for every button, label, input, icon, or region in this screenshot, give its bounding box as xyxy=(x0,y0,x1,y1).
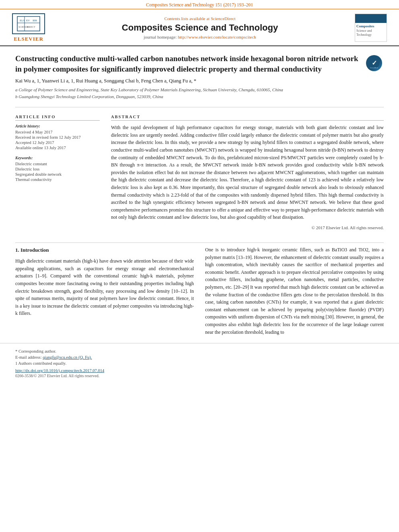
doi-link[interactable]: http://dx.doi.org/10.1016/j.compscitech.… xyxy=(15,368,104,373)
elsevier-logo: ELS EV IER SCIENCE DIRECT ELSEVIER xyxy=(12,13,45,42)
keywords-label: Keywords: xyxy=(15,156,100,160)
accepted-date: Accepted 12 July 2017 xyxy=(15,140,100,145)
issn-line: 0266-3538/© 2017 Elsevier Ltd. All right… xyxy=(15,374,384,378)
journal-header: ELS EV IER SCIENCE DIRECT ELSEVIER Conte… xyxy=(0,9,399,46)
article-info-header: ARTICLE INFO xyxy=(15,115,100,121)
svg-text:EV: EV xyxy=(26,19,30,22)
svg-text:✓: ✓ xyxy=(372,60,377,66)
email-line: E-mail address: qiangfu@scu.edu.cn (Q. F… xyxy=(15,355,384,359)
journal-homepage-line: journal homepage: http://www.elsevier.co… xyxy=(45,35,355,39)
affiliation-b: b Guangdong Shengyi Technology Limited C… xyxy=(15,93,384,100)
abstract-header: ABSTRACT xyxy=(111,115,384,121)
crossmark-icon: ✓ CrossMark xyxy=(366,55,382,71)
body-col-left: 1. Introduction High dielectric constant… xyxy=(15,246,194,339)
body-content: 1. Introduction High dielectric constant… xyxy=(0,246,399,339)
svg-text:IER: IER xyxy=(33,19,37,22)
elsevier-text: ELSEVIER xyxy=(14,36,43,42)
article-history: Article history: Received 4 May 2017 Rec… xyxy=(15,124,100,150)
journal-citation: Composites Science and Technology 151 (2… xyxy=(146,2,253,7)
top-bar: Composites Science and Technology 151 (2… xyxy=(0,0,399,9)
keyword-3: Segregated double network xyxy=(15,172,100,177)
journal-header-center: Contents lists available at ScienceDirec… xyxy=(45,16,355,39)
authors-line: Kai Wu a, 1, Yuanwei Li a, 1, Rui Huang … xyxy=(15,78,384,84)
intro-paragraph-1: High dielectric constant materials (high… xyxy=(15,257,194,317)
email-link[interactable]: qiangfu@scu.edu.cn (Q. Fu). xyxy=(43,355,92,359)
svg-text:DIRECT: DIRECT xyxy=(27,26,35,28)
keyword-4: Thermal conductivity xyxy=(15,177,100,182)
keywords-section: Keywords: Dielectric constant Dielectric… xyxy=(15,156,100,182)
journal-homepage-link[interactable]: http://www.elsevier.com/locate/compscite… xyxy=(178,35,256,39)
journal-right-logo: Composites Science and Technology xyxy=(355,14,387,42)
equal-contrib: 1 Authors contributed equally. xyxy=(15,361,384,366)
history-label: Article history: xyxy=(15,124,100,128)
online-date: Available online 13 July 2017 xyxy=(15,146,100,150)
article-title: Constructing conductive multi-walled car… xyxy=(15,53,360,74)
affiliation-a: a College of Polymer Science and Enginee… xyxy=(15,86,384,93)
received-date: Received 4 May 2017 xyxy=(15,130,100,134)
contents-available: Contents lists available at ScienceDirec… xyxy=(45,16,355,21)
article-info-panel: ARTICLE INFO Article history: Received 4… xyxy=(15,115,100,231)
footer: * Corresponding author. E-mail address: … xyxy=(0,343,399,378)
svg-text:CrossMark: CrossMark xyxy=(370,67,378,69)
corresponding-author: * Corresponding author. xyxy=(15,349,384,353)
revised-date: Received in revised form 12 July 2017 xyxy=(15,135,100,140)
elsevier-logo-box: ELS EV IER SCIENCE DIRECT xyxy=(12,13,45,34)
article-title-container: Constructing conductive multi-walled car… xyxy=(15,53,384,74)
sciencedirect-link[interactable]: ScienceDirect xyxy=(211,16,236,21)
body-col-right: One is to introduce high-k inorganic cer… xyxy=(205,246,384,339)
abstract-panel: ABSTRACT With the rapid development of h… xyxy=(111,115,384,231)
introduction-title: 1. Introduction xyxy=(15,246,194,254)
keyword-2: Dielectric loss xyxy=(15,167,100,171)
abstract-body: With the rapid development of high perfo… xyxy=(111,124,384,231)
journal-title-main: Composites Science and Technology xyxy=(45,23,355,33)
crossmark-badge: ✓ CrossMark xyxy=(364,53,384,73)
abstract-text: With the rapid development of high perfo… xyxy=(111,124,384,221)
doi-line: http://dx.doi.org/10.1016/j.compscitech.… xyxy=(15,367,384,374)
affiliations: a College of Polymer Science and Enginee… xyxy=(15,86,384,100)
keyword-1: Dielectric constant xyxy=(15,162,100,166)
svg-text:ELS: ELS xyxy=(20,19,25,22)
intro-paragraph-2: One is to introduce high-k inorganic cer… xyxy=(205,246,384,336)
copyright-line: © 2017 Elsevier Ltd. All rights reserved… xyxy=(111,224,384,231)
